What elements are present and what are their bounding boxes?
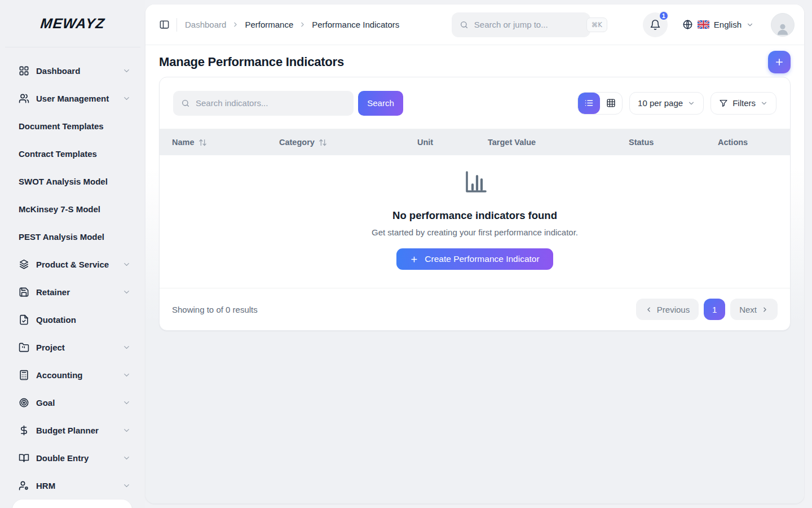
users-icon [19, 93, 29, 104]
chevron-right-icon [299, 21, 306, 28]
sidebar-bottom-card[interactable] [12, 500, 132, 508]
sidebar-toggle-button[interactable] [159, 19, 170, 30]
sort-icon[interactable] [198, 138, 207, 147]
column-label: Actions [718, 138, 748, 147]
sidebar-item-quotation[interactable]: Quotation [7, 306, 139, 334]
page-header-row: Manage Performance Indicators [159, 51, 791, 73]
chevron-down-icon [122, 371, 131, 379]
grid-view-button[interactable] [600, 93, 622, 114]
sidebar-item-contract-templates[interactable]: Contract Templates [7, 140, 139, 168]
list-view-button[interactable] [578, 93, 600, 114]
column-label: Category [279, 138, 315, 147]
person-icon [775, 21, 790, 36]
sidebar-item-accounting[interactable]: Accounting [7, 361, 139, 389]
sidebar-item-label: Contract Templates [19, 148, 131, 160]
search-icon [460, 20, 469, 29]
column-label: Status [629, 138, 654, 147]
header-divider [176, 18, 177, 32]
sidebar-item-label: Project [36, 342, 122, 353]
next-page-button[interactable]: Next [730, 299, 778, 320]
save-icon [19, 287, 29, 297]
page-title: Manage Performance Indicators [159, 55, 344, 69]
top-header: Dashboard Performance Performance Indica… [145, 5, 804, 45]
sidebar: MEWAYZ Dashboard User Management [0, 0, 145, 508]
chevron-left-icon [645, 306, 652, 313]
calculator-icon [19, 370, 29, 380]
sidebar-item-double-entry[interactable]: Double Entry [7, 444, 139, 472]
language-label: English [714, 20, 742, 29]
folder-icon [19, 342, 29, 353]
previous-label: Previous [657, 305, 690, 314]
sidebar-item-label: Budget Planner [36, 425, 122, 436]
create-indicator-button[interactable]: Create Performance Indicator [396, 248, 553, 270]
sidebar-item-document-templates[interactable]: Document Templates [7, 112, 139, 140]
page-1-button[interactable]: 1 [704, 299, 725, 320]
globe-icon [682, 19, 693, 30]
sidebar-nav: Dashboard User Management Document Templ… [0, 47, 145, 500]
sidebar-item-label: Goal [36, 397, 122, 409]
sidebar-item-retainer[interactable]: Retainer [7, 278, 139, 306]
content-area: Manage Performance Indicators Search [145, 45, 804, 331]
sidebar-item-mckinsey-7s[interactable]: McKinsey 7-S Model [7, 195, 139, 223]
bar-chart-icon [461, 169, 489, 196]
panel-left-icon [159, 19, 170, 30]
sidebar-item-budget-planner[interactable]: Budget Planner [7, 417, 139, 444]
previous-page-button[interactable]: Previous [636, 299, 699, 320]
chevron-down-icon [122, 426, 131, 435]
sidebar-item-product-service[interactable]: Product & Service [7, 251, 139, 278]
card-footer: Showing to of 0 results Previous 1 Next [160, 288, 790, 330]
sidebar-item-label: Quotation [36, 314, 131, 326]
pagination: Previous 1 Next [636, 299, 778, 320]
sidebar-item-pest-analysis[interactable]: PEST Analysis Model [7, 223, 139, 251]
search-button[interactable]: Search [358, 91, 403, 116]
next-label: Next [739, 305, 757, 314]
keyboard-shortcut-badge: ⌘K [586, 17, 607, 32]
sidebar-item-label: McKinsey 7-S Model [19, 204, 131, 215]
sort-icon[interactable] [319, 138, 327, 147]
filters-label: Filters [732, 98, 756, 108]
sidebar-item-user-management[interactable]: User Management [7, 85, 139, 112]
book-open-icon [19, 453, 29, 463]
user-avatar[interactable] [771, 13, 795, 37]
chevron-down-icon [122, 288, 131, 296]
column-header-target-value: Target Value [488, 138, 629, 147]
sidebar-item-goal[interactable]: Goal [7, 389, 139, 417]
uk-flag-icon [698, 20, 709, 29]
breadcrumb-dashboard[interactable]: Dashboard [185, 20, 226, 29]
filters-button[interactable]: Filters [710, 92, 776, 115]
per-page-label: 10 per page [638, 98, 683, 108]
target-icon [19, 397, 29, 408]
notifications-button[interactable]: 1 [643, 12, 668, 37]
layers-icon [19, 259, 29, 270]
view-toggle [577, 92, 623, 115]
plus-icon [410, 255, 418, 264]
indicator-search[interactable] [173, 91, 354, 116]
breadcrumb-performance-indicators[interactable]: Performance Indicators [312, 20, 399, 29]
breadcrumb-performance[interactable]: Performance [245, 20, 293, 29]
sidebar-item-label: User Management [36, 93, 122, 104]
global-search[interactable]: ⌘K [452, 12, 590, 37]
chevron-down-icon [760, 99, 768, 107]
layout-grid-icon [19, 65, 29, 76]
sidebar-item-project[interactable]: Project [7, 334, 139, 361]
chevron-down-icon [122, 343, 131, 352]
user-gear-icon [19, 480, 29, 491]
per-page-dropdown[interactable]: 10 per page [629, 92, 704, 115]
indicator-search-input[interactable] [196, 98, 346, 108]
search-icon [181, 99, 190, 108]
chevron-down-icon [687, 99, 695, 107]
sidebar-item-dashboard[interactable]: Dashboard [7, 57, 139, 85]
sidebar-item-swot-analysis[interactable]: SWOT Analysis Model [7, 168, 139, 195]
sidebar-item-hrm[interactable]: HRM [7, 472, 139, 500]
chevron-down-icon [122, 67, 131, 75]
chevron-down-icon [746, 21, 754, 29]
add-indicator-button[interactable] [768, 51, 791, 73]
chevron-right-icon [232, 21, 239, 28]
breadcrumb: Dashboard Performance Performance Indica… [185, 20, 399, 29]
card-toolbar: Search 10 per page [160, 77, 790, 129]
empty-state-subtitle: Get started by creating your first perfo… [372, 227, 578, 237]
language-selector[interactable]: English [682, 19, 754, 30]
column-header-unit: Unit [417, 138, 488, 147]
global-search-input[interactable] [474, 20, 586, 29]
column-header-category: Category [279, 138, 417, 147]
